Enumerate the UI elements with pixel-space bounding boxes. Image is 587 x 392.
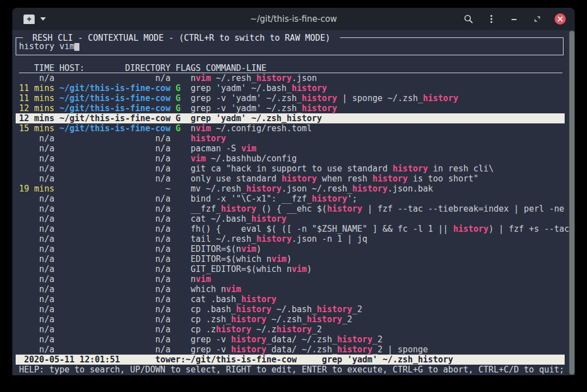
- table-row[interactable]: n/a n/a which nvim: [19, 284, 562, 294]
- table-row[interactable]: n/a n/a cp .zsh_history ~/.zsh_history_2: [19, 314, 562, 324]
- search-icon[interactable]: [463, 13, 474, 25]
- table-row[interactable]: n/a n/a cp .zhistory ~/.zhistory_2: [19, 324, 562, 334]
- kebab-menu-icon[interactable]: [486, 13, 497, 25]
- table-header: TIME HOST: DIRECTORY FLAGS COMMAND-LINE: [19, 63, 562, 73]
- table-row[interactable]: n/a n/a nvim: [19, 274, 562, 284]
- table-row[interactable]: n/a n/a pacman -S vim: [19, 144, 562, 154]
- table-row[interactable]: 11 mins ~/git/this-is-fine-cow G grep 'y…: [19, 83, 562, 93]
- table-row[interactable]: 15 mins ~/git/this-is-fine-cow G nvim ~/…: [19, 123, 562, 133]
- table-row[interactable]: n/a n/a EDITOR=$(nvim): [19, 244, 562, 254]
- close-icon: [557, 16, 563, 22]
- table-row[interactable]: n/a n/a GIT_EDITOR=$(which nvim): [19, 264, 562, 274]
- table-row[interactable]: n/a n/a cat .bash_history: [19, 294, 562, 304]
- restore-icon[interactable]: [532, 13, 543, 25]
- search-panel: RESH CLI - CONTEXTUAL MODE - (CTRL+R to …: [16, 37, 564, 55]
- status-bar: 2020-05-11 12:01:51 tower:~/git/this-is-…: [16, 355, 565, 365]
- table-row[interactable]: n/a n/a git ca "hack in support to use s…: [19, 164, 562, 174]
- table-row[interactable]: n/a n/a vim ~/.bashhub/config: [19, 154, 562, 164]
- table-row[interactable]: n/a n/a __fzf_history () { __ehc $(histo…: [19, 204, 562, 214]
- terminal-content: RESH CLI - CONTEXTUAL MODE - (CTRL+R to …: [12, 30, 575, 375]
- table-row[interactable]: n/a n/a EDITOR=$(which nvim): [19, 254, 562, 264]
- table-row[interactable]: 12 mins ~/git/this-is-fine-cow G grep -v…: [19, 103, 562, 113]
- titlebar: + ~/git/this-is-fine-cow: [12, 8, 575, 30]
- table-row[interactable]: n/a n/a grep -v history_data/ ~/.zsh_his…: [19, 345, 562, 355]
- terminal-window: + ~/git/this-is-fine-cow: [12, 8, 575, 375]
- text-cursor: [74, 42, 79, 51]
- table-row[interactable]: n/a n/a bind -x '"\C-x1": __fzf_history'…: [19, 194, 562, 204]
- table-row[interactable]: n/a n/a only use standard history when r…: [19, 174, 562, 184]
- close-button[interactable]: [555, 13, 566, 25]
- table-row[interactable]: 12 mins ~/git/this-is-fine-cow G grep 'y…: [16, 113, 565, 123]
- minimize-icon[interactable]: [509, 13, 520, 25]
- table-row[interactable]: n/a n/a tail ~/.resh_history.json -n 1 |…: [19, 234, 562, 244]
- table-row[interactable]: n/a n/a nvim ~/.resh_history.json: [19, 73, 562, 83]
- screen: + ~/git/this-is-fine-cow: [0, 0, 587, 392]
- history-table: n/a n/a nvim ~/.resh_history.json11 mins…: [19, 73, 562, 355]
- search-panel-title: RESH CLI - CONTEXTUAL MODE - (CTRL+R to …: [23, 33, 340, 43]
- table-row[interactable]: n/a n/a fh() { eval $( ([ -n "$ZSH_NAME"…: [19, 224, 562, 234]
- scrollbar[interactable]: [569, 31, 575, 375]
- table-row[interactable]: n/a n/a cat ~/.bash_history: [19, 214, 562, 224]
- help-line: HELP: type to search, UP/DOWN to select,…: [19, 365, 562, 375]
- table-row[interactable]: 11 mins ~/git/this-is-fine-cow G grep -v…: [19, 93, 562, 103]
- table-row[interactable]: n/a n/a cp .bash_history ~/.bash_history…: [19, 304, 562, 314]
- table-row[interactable]: n/a n/a grep -v history_data/ ~/.zsh_his…: [19, 334, 562, 345]
- table-row[interactable]: 19 mins ~ mv ~/.resh_history.json ~/.res…: [19, 184, 562, 194]
- table-row[interactable]: n/a n/a history: [19, 133, 562, 144]
